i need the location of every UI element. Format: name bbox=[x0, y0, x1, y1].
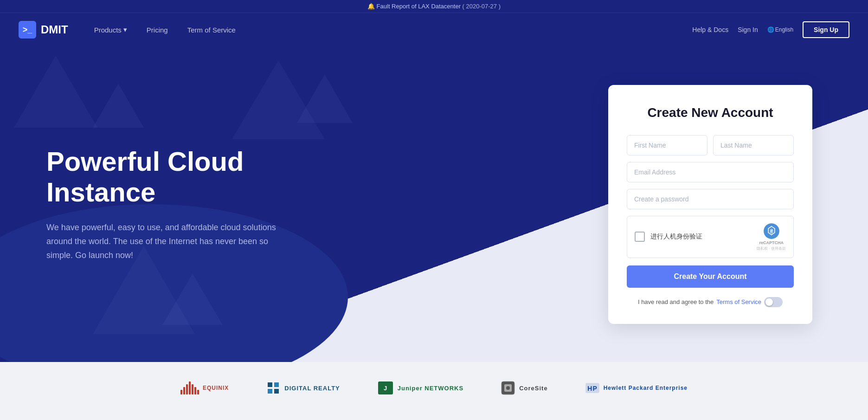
hero-subtitle: We have powerful, easy to use, and affor… bbox=[46, 221, 278, 262]
hero-content: Powerful Cloud Instance We have powerful… bbox=[19, 146, 343, 262]
juniper-logo: J Juniper NETWORKS bbox=[377, 381, 463, 395]
partner-juniper: J Juniper NETWORKS bbox=[377, 381, 463, 395]
svg-rect-4 bbox=[268, 389, 272, 394]
chevron-down-icon: ▾ bbox=[123, 26, 127, 34]
captcha-right: ✓ reCAPTCHA 隐私权 · 使用条款 bbox=[757, 223, 786, 251]
logo-icon: >_ bbox=[19, 21, 36, 39]
svg-text:J: J bbox=[384, 385, 387, 392]
captcha-box: 进行人机身份验证 ✓ reCAPTCHA 隐私权 · 使用条款 bbox=[627, 216, 794, 258]
form-title: Create New Account bbox=[627, 105, 794, 120]
coresite-icon bbox=[501, 381, 515, 395]
decorative-triangle-6 bbox=[162, 274, 223, 325]
nav-tos[interactable]: Term of Service bbox=[180, 22, 243, 38]
hero-title: Powerful Cloud Instance bbox=[46, 146, 343, 208]
logo[interactable]: >_ DMIT bbox=[19, 21, 68, 39]
decorative-triangle-1 bbox=[14, 56, 97, 128]
svg-rect-5 bbox=[274, 389, 279, 394]
partners-section: EQUINIX DIGITAL REALTY J Juniper NETWORK… bbox=[0, 362, 868, 414]
svg-rect-2 bbox=[268, 382, 272, 387]
partner-coresite: CoreSite bbox=[501, 381, 547, 395]
last-name-input[interactable] bbox=[713, 135, 794, 155]
first-name-input[interactable] bbox=[627, 135, 707, 155]
juniper-icon: J bbox=[377, 381, 394, 395]
captcha-checkbox[interactable] bbox=[635, 232, 645, 242]
digital-realty-name: DIGITAL REALTY bbox=[284, 385, 340, 392]
hp-name: Hewlett Packard Enterprise bbox=[604, 385, 688, 391]
logo-text: DMIT bbox=[41, 23, 68, 36]
nav-products[interactable]: Products ▾ bbox=[87, 22, 135, 38]
partner-digital-realty: DIGITAL REALTY bbox=[266, 381, 340, 395]
password-input[interactable] bbox=[627, 189, 794, 209]
globe-icon: 🌐 bbox=[767, 26, 774, 33]
signup-form-card: Create New Account 进行人机身份验证 ✓ bbox=[608, 85, 812, 324]
tos-toggle[interactable] bbox=[764, 297, 783, 307]
recaptcha-brand-label: reCAPTCHA bbox=[759, 240, 784, 245]
svg-point-10 bbox=[506, 386, 510, 390]
tos-text: I have read and agree to the bbox=[638, 298, 714, 305]
tos-row: I have read and agree to the Terms of Se… bbox=[627, 297, 794, 307]
signup-button[interactable]: Sign Up bbox=[803, 21, 849, 38]
svg-rect-3 bbox=[274, 382, 279, 387]
nav-pricing[interactable]: Pricing bbox=[139, 22, 175, 38]
name-row bbox=[627, 135, 794, 155]
captcha-left: 进行人机身份验证 bbox=[635, 232, 702, 242]
create-account-button[interactable]: Create Your Account bbox=[627, 265, 794, 288]
decorative-triangle-4 bbox=[297, 74, 353, 123]
sign-in-link[interactable]: Sign In bbox=[738, 26, 758, 33]
equinix-logo: EQUINIX bbox=[180, 381, 229, 394]
navbar: >_ DMIT Products ▾ Pricing Term of Servi… bbox=[0, 13, 868, 46]
alert-date: ( 2020-07-27 ) bbox=[463, 3, 501, 10]
recaptcha-links: 隐私权 · 使用条款 bbox=[757, 246, 786, 251]
alert-bar: 🔔 Fault Report of LAX Datacenter ( 2020-… bbox=[0, 0, 868, 13]
juniper-name: Juniper NETWORKS bbox=[398, 385, 463, 392]
alert-title: Fault Report of LAX Datacenter bbox=[377, 3, 461, 10]
captcha-label: 进行人机身份验证 bbox=[650, 233, 702, 241]
digital-realty-icon bbox=[266, 381, 281, 395]
hero-section: Powerful Cloud Instance We have powerful… bbox=[0, 46, 868, 362]
hp-icon: HP bbox=[585, 381, 600, 395]
equinix-bars-icon bbox=[180, 381, 199, 394]
recaptcha-logo-icon: ✓ bbox=[763, 223, 780, 239]
navbar-right: Help & Docs Sign In 🌐 English Sign Up bbox=[692, 21, 849, 38]
toggle-knob bbox=[765, 298, 773, 306]
help-docs-link[interactable]: Help & Docs bbox=[692, 26, 728, 33]
digital-realty-logo: DIGITAL REALTY bbox=[266, 381, 340, 395]
email-input[interactable] bbox=[627, 162, 794, 182]
svg-text:HP: HP bbox=[587, 385, 597, 392]
coresite-logo: CoreSite bbox=[501, 381, 547, 395]
alert-icon: 🔔 bbox=[367, 3, 377, 10]
tos-link[interactable]: Terms of Service bbox=[716, 298, 761, 305]
hp-logo: HP Hewlett Packard Enterprise bbox=[585, 381, 688, 395]
partner-equinix: EQUINIX bbox=[180, 381, 229, 394]
equinix-name: EQUINIX bbox=[203, 385, 229, 391]
svg-text:✓: ✓ bbox=[770, 229, 773, 233]
coresite-name: CoreSite bbox=[519, 385, 547, 392]
navbar-nav: Products ▾ Pricing Term of Service bbox=[87, 22, 693, 38]
decorative-triangle-2 bbox=[93, 84, 144, 128]
partner-hp: HP Hewlett Packard Enterprise bbox=[585, 381, 688, 395]
language-selector[interactable]: 🌐 English bbox=[767, 26, 793, 33]
